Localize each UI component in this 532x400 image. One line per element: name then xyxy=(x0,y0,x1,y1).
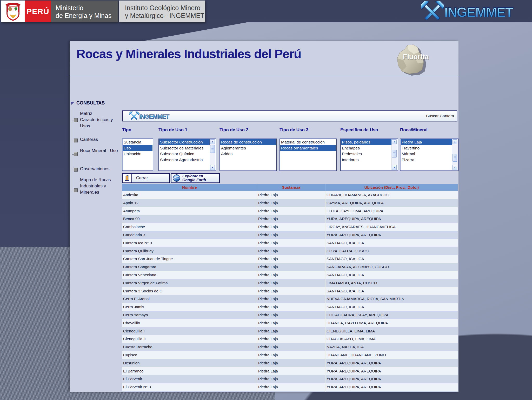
table-row[interactable]: Cieneguilla IPiedra LajaCIENEGUILLA, LIM… xyxy=(122,327,458,335)
filter-label-1: Tipo xyxy=(122,127,131,133)
listbox-option-selected[interactable]: Pisos, peldaños xyxy=(341,139,391,145)
table-row[interactable]: Cerro YamayoPiedra LajaCOCACHACRA, ISLAY… xyxy=(122,311,458,319)
table-row[interactable]: Cuesta BorrachoPiedra LajaNAZCA, NAZCA, … xyxy=(122,343,458,351)
listbox-1[interactable]: SustanciaUsoUbicación xyxy=(122,139,153,171)
buscar-cantera-link[interactable]: Buscar Cantera xyxy=(426,114,454,118)
table-row[interactable]: AtumpataPiedra LajaLLUTA, CAYLLOMA, AREQ… xyxy=(122,207,458,215)
table-row[interactable]: Cerro El ArenalPiedra LajaNUEVA CAJAMARC… xyxy=(122,295,458,303)
listbox-option[interactable]: Sustancia xyxy=(123,139,152,145)
table-row[interactable]: Cantera Ica N° 3Piedra LajaSANTIAGO, ICA… xyxy=(122,239,458,247)
scrollbar-up-button[interactable]: ▲ xyxy=(392,139,397,144)
table-row[interactable]: Cerro JamisPiedra LajaSANTIAGO, ICA, ICA xyxy=(122,303,458,311)
listbox-4[interactable]: Material de construcciónRocas ornamental… xyxy=(280,139,337,171)
cell-nombre: El Porvenir xyxy=(122,375,257,383)
scrollbar[interactable]: ▲▼ xyxy=(210,139,215,170)
column-header-nombre[interactable]: Nombre xyxy=(122,184,257,191)
sidebar-item-mapa-de-rocas-industriales-y-minerales[interactable]: Mapa de Rocas Industriales y Minerales xyxy=(80,177,111,195)
table-body: AndesitaPiedra LajaCHIARA, HUAMANGA, AYA… xyxy=(122,191,458,392)
table-row[interactable]: Cantera QuilhuayPiedra LajaCOYA, CALCA, … xyxy=(122,247,458,255)
table-row[interactable]: ElisaPiedra LajaYURA, AREQUIPA, AREQUIPA xyxy=(122,391,458,392)
listbox-option-selected[interactable]: Rocas ornamentales xyxy=(280,145,336,151)
cell-nombre: Elisa xyxy=(122,391,257,392)
listbox-option[interactable]: Mármol xyxy=(401,151,452,157)
table-row[interactable]: Cantera San Juan de TinguePiedra LajaSAN… xyxy=(122,255,458,263)
listbox-options: Pisos, peldañosEnchapesPedestalesInterio… xyxy=(341,139,391,170)
scrollbar-thumb[interactable] xyxy=(453,154,457,162)
explorar-google-earth-button[interactable]: Explorar en Google Earth xyxy=(171,173,220,183)
table-row[interactable]: El Porvenir N° 3Piedra LajaYURA, AREQUIP… xyxy=(122,383,458,391)
cell-nombre: Cantera Ica N° 3 xyxy=(122,239,257,247)
cell-sustancia: Piedra Laja xyxy=(257,295,325,303)
cell-sustancia: Piedra Laja xyxy=(257,319,325,327)
scrollbar-down-button[interactable]: ▼ xyxy=(453,165,457,170)
scrollbar-down-button[interactable]: ▼ xyxy=(210,165,215,170)
listbox-option[interactable]: Subsector de Materiales xyxy=(159,145,210,151)
sidebar-item-canteras[interactable]: Canteras xyxy=(80,136,119,143)
table-row[interactable]: AndesitaPiedra LajaCHIARA, HUAMANGA, AYA… xyxy=(122,191,458,199)
listbox-option[interactable]: Travertino xyxy=(401,145,452,151)
listbox-5[interactable]: Pisos, peldañosEnchapesPedestalesInterio… xyxy=(340,139,398,171)
column-header-sustancia[interactable]: Sustancia xyxy=(257,184,325,191)
door-icon xyxy=(124,175,130,181)
cell-sustancia: Piedra Laja xyxy=(257,279,325,287)
table-row[interactable]: CambalachePiedra LajaLIRCAY, ANGARAES, H… xyxy=(122,223,458,231)
scrollbar-thumb[interactable] xyxy=(210,145,215,153)
tree-node-icon xyxy=(74,188,78,192)
crossed-hammers-icon xyxy=(129,112,140,120)
sidebar-item-matriz-caracteristicas-y-usos[interactable]: Matríz Características y Usos xyxy=(80,110,119,129)
table-row[interactable]: ChavalilloPiedra LajaHUANCA, CAYLLOMA, A… xyxy=(122,319,458,327)
cell-sustancia: Piedra Laja xyxy=(257,191,325,199)
listbox-6[interactable]: Piedra LajaTravertinoMármolPizarra▲▼ xyxy=(400,139,458,171)
listbox-option[interactable]: Aglomerantes xyxy=(220,145,276,151)
listbox-option[interactable]: Material de construcción xyxy=(280,139,336,145)
table-row[interactable]: Cantera Virgen de FatimaPiedra LajaLIMAT… xyxy=(122,279,458,287)
cell-ubicacion: CHIARA, HUAMANGA, AYACUCHO xyxy=(325,191,458,199)
scrollbar-down-button[interactable]: ▼ xyxy=(392,165,397,170)
cell-nombre: Cantera San Juan de Tingue xyxy=(122,255,257,263)
sidebar-item-roca-mineral-uso[interactable]: Roca Mineral - Uso xyxy=(80,148,119,154)
table-row[interactable]: Cantera SangararaPiedra LajaSANGARARA, A… xyxy=(122,263,458,271)
listbox-option[interactable]: Subsector Químico xyxy=(159,151,210,157)
scrollbar-thumb[interactable] xyxy=(392,150,397,158)
listbox-option-selected[interactable]: Rocas de construcción xyxy=(220,139,276,145)
listbox-option[interactable]: Interiores xyxy=(341,157,391,163)
screen: PERÚ Ministerio de Energía y Minas Insti… xyxy=(0,0,532,400)
listbox-3[interactable]: Rocas de construcciónAglomerantesÁridos xyxy=(220,139,277,171)
listbox-option[interactable]: Ubicación xyxy=(123,151,152,157)
listbox-option-selected[interactable]: Subsector Construcción xyxy=(159,139,210,145)
table-row[interactable]: Cieneguilla IIPiedra LajaCHACLACAYO, LIM… xyxy=(122,335,458,343)
table-row[interactable]: Cantera VenecianaPiedra LajaSANTIAGO, IC… xyxy=(122,271,458,279)
table-row[interactable]: El PorvenirPiedra LajaYURA, AREQUIPA, AR… xyxy=(122,375,458,383)
listbox-option[interactable]: Áridos xyxy=(220,151,276,157)
table-row[interactable]: El BarrancoPiedra LajaYURA, AREQUIPA, AR… xyxy=(122,367,458,375)
cell-sustancia: Piedra Laja xyxy=(257,199,325,207)
listbox-option-selected[interactable]: Uso xyxy=(123,145,152,151)
listbox-2[interactable]: Subsector ConstrucciónSubsector de Mater… xyxy=(158,139,216,171)
table-row[interactable]: CupiscoPiedra LajaHUANCANE, HUANCANE, PU… xyxy=(122,351,458,359)
sidebar-item-observaciones[interactable]: Observaciones xyxy=(80,166,119,172)
column-header-ubicacion[interactable]: Ubicación (Dist., Prov., Dpto.) xyxy=(325,184,458,191)
cell-ubicacion: SANTIAGO, ICA, ICA xyxy=(325,255,458,263)
scrollbar[interactable]: ▲▼ xyxy=(391,139,397,170)
scrollbar[interactable]: ▲▼ xyxy=(452,139,458,170)
listbox-option-selected[interactable]: Piedra Laja xyxy=(401,139,452,145)
sidebar-heading-label: CONSULTAS xyxy=(76,100,105,106)
listbox-option[interactable]: Subsector Agroindustria xyxy=(159,157,210,163)
table-row[interactable]: Benca 90Piedra LajaYURA, AREQUIPA, AREQU… xyxy=(122,215,458,223)
listbox-option[interactable]: Enchapes xyxy=(341,145,391,151)
listbox-option[interactable]: Pizarra xyxy=(401,157,452,163)
listbox-option[interactable]: Pedestales xyxy=(341,151,391,157)
page-title: Rocas y Minerales Industriales del Perú xyxy=(76,47,301,61)
ingemmet-toolbar-logo[interactable]: INGEMMET xyxy=(129,112,174,120)
explorar-label-line2: Google Earth xyxy=(182,178,206,182)
cell-sustancia: Piedra Laja xyxy=(257,343,325,351)
table-row[interactable]: Candelaria XPiedra LajaYURA, AREQUIPA, A… xyxy=(122,231,458,239)
cerrar-button[interactable]: Cerrar xyxy=(122,173,170,183)
table-row[interactable]: Apolo 12Piedra LajaCAYMA, AREQUIPA, AREQ… xyxy=(122,199,458,207)
sidebar-heading-consultas[interactable]: CONSULTAS xyxy=(71,100,105,106)
table-row[interactable]: Cantera 3 Socios de CPiedra LajaSANTIAGO… xyxy=(122,287,458,295)
scrollbar-up-button[interactable]: ▲ xyxy=(210,139,215,144)
cell-ubicacion: HUANCANE, HUANCANE, PUNO xyxy=(325,351,458,359)
table-row[interactable]: DesunionPiedra LajaYURA, AREQUIPA, AREQU… xyxy=(122,359,458,367)
scrollbar-up-button[interactable]: ▲ xyxy=(453,139,457,144)
